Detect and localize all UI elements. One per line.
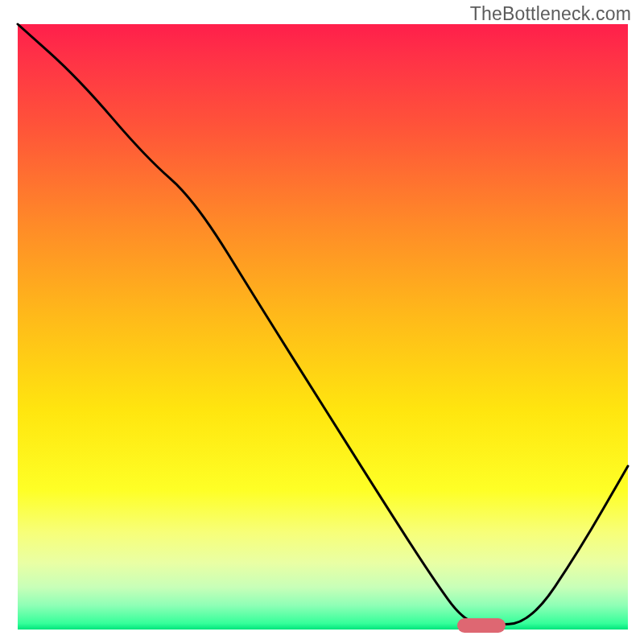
watermark-text: TheBottleneck.com	[470, 3, 631, 25]
optimum-marker	[457, 618, 506, 633]
bottleneck-curve	[18, 24, 628, 624]
plot-area	[18, 24, 628, 630]
chart-container: TheBottleneck.com	[0, 0, 644, 644]
curve-layer	[18, 24, 628, 630]
